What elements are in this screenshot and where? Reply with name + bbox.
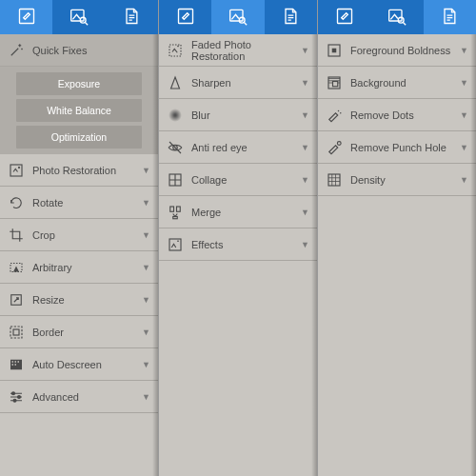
item-border[interactable]: Border ▼: [0, 316, 158, 348]
tab-document[interactable]: [265, 0, 317, 34]
svg-rect-12: [12, 364, 14, 366]
image-search-icon: [387, 7, 407, 28]
subitem-label: Exposure: [58, 78, 100, 89]
tab-document[interactable]: [106, 0, 158, 34]
item-label: Crop: [32, 229, 55, 241]
tab-edit[interactable]: [0, 0, 52, 34]
chevron-down-icon: ▼: [142, 295, 150, 305]
svg-rect-10: [15, 361, 17, 363]
item-background[interactable]: Background ▼: [318, 67, 476, 99]
svg-rect-6: [10, 327, 22, 338]
item-auto-descreen[interactable]: Auto Descreen ▼: [0, 348, 158, 381]
resize-icon: [8, 291, 25, 308]
panel-2: Faded Photo Restoration ▼ Sharpen ▼ Blur…: [158, 0, 317, 476]
tab-image-search[interactable]: [370, 0, 423, 34]
tab-image-search[interactable]: [52, 0, 105, 34]
svg-rect-27: [337, 10, 351, 24]
item-label: Collage: [191, 174, 227, 186]
chevron-down-icon: ▼: [301, 175, 309, 185]
tab-edit[interactable]: [159, 0, 211, 34]
section-quick-fixes: Quick Fixes Exposure White Balance Optim…: [0, 34, 158, 154]
tabbar: [0, 0, 158, 34]
item-label: Faded Photo Restoration: [191, 39, 293, 62]
svg-rect-23: [170, 207, 174, 211]
item-remove-dots[interactable]: Remove Dots ▼: [318, 99, 476, 131]
punch-icon: [326, 139, 343, 156]
item-collage[interactable]: Collage ▼: [159, 164, 317, 196]
section-header-quick-fixes[interactable]: Quick Fixes: [0, 34, 158, 67]
svg-point-2: [80, 17, 86, 23]
item-label: Remove Punch Hole: [350, 142, 446, 153]
item-faded-restoration[interactable]: Faded Photo Restoration ▼: [159, 34, 317, 67]
wand-icon: [8, 42, 25, 59]
svg-rect-26: [169, 239, 181, 250]
subitem-white-balance[interactable]: White Balance: [16, 99, 143, 122]
chevron-down-icon: ▼: [301, 46, 309, 55]
panel-3: Foreground Boldness ▼ Background ▼ Remov…: [317, 0, 476, 476]
advanced-icon: [8, 388, 25, 406]
tab-image-search[interactable]: [211, 0, 264, 34]
item-foreground-boldness[interactable]: Foreground Boldness ▼: [318, 34, 476, 67]
svg-point-15: [18, 395, 21, 398]
chevron-down-icon: ▼: [142, 166, 150, 175]
item-label: Advanced: [32, 391, 79, 403]
item-label: Blur: [191, 109, 210, 121]
subitem-optimization[interactable]: Optimization: [16, 126, 143, 149]
tab-edit[interactable]: [318, 0, 370, 34]
edit-icon: [17, 7, 36, 28]
restore-icon: [8, 162, 25, 179]
item-label: Resize: [32, 294, 65, 306]
svg-point-29: [398, 17, 404, 23]
border-icon: [8, 324, 25, 341]
chevron-down-icon: ▼: [142, 327, 150, 337]
background-icon: [326, 74, 343, 91]
item-rotate[interactable]: Rotate ▼: [0, 187, 158, 219]
tab-document[interactable]: [424, 0, 476, 34]
svg-rect-33: [333, 81, 338, 86]
item-label: Remove Dots: [350, 109, 414, 121]
collage-icon: [167, 171, 184, 188]
section-label: Quick Fixes: [32, 45, 87, 56]
item-label: Photo Restoration: [32, 165, 116, 176]
item-crop[interactable]: Crop ▼: [0, 219, 158, 251]
item-resize[interactable]: Resize ▼: [0, 284, 158, 316]
chevron-down-icon: ▼: [142, 230, 150, 240]
item-effects[interactable]: Effects ▼: [159, 228, 317, 261]
image-search-icon: [228, 7, 248, 28]
item-label: Background: [350, 77, 407, 89]
item-label: Merge: [191, 207, 221, 218]
chevron-down-icon: ▼: [301, 78, 309, 88]
item-label: Foreground Boldness: [350, 45, 450, 56]
panel-body: Quick Fixes Exposure White Balance Optim…: [0, 34, 158, 476]
subitem-label: Optimization: [51, 131, 107, 143]
chevron-down-icon: ▼: [301, 143, 309, 152]
document-icon: [440, 7, 459, 28]
chevron-down-icon: ▼: [460, 46, 468, 55]
item-sharpen[interactable]: Sharpen ▼: [159, 67, 317, 99]
svg-rect-25: [173, 216, 178, 218]
chevron-down-icon: ▼: [460, 175, 468, 185]
item-label: Auto Descreen: [32, 359, 102, 370]
faded-icon: [167, 42, 184, 59]
dots-icon: [326, 107, 343, 124]
svg-rect-24: [177, 207, 181, 211]
item-arbitrary[interactable]: Arbitrary ▼: [0, 251, 158, 284]
blur-icon: [167, 107, 184, 124]
item-anti-red-eye[interactable]: Anti red eye ▼: [159, 131, 317, 164]
merge-icon: [167, 204, 184, 221]
item-density[interactable]: Density ▼: [318, 164, 476, 196]
chevron-down-icon: ▼: [142, 198, 150, 208]
svg-rect-0: [19, 10, 33, 24]
subitem-exposure[interactable]: Exposure: [16, 72, 143, 95]
item-remove-punch-hole[interactable]: Remove Punch Hole ▼: [318, 131, 476, 164]
sharpen-icon: [167, 74, 184, 91]
redeye-icon: [167, 139, 184, 156]
svg-point-14: [12, 391, 15, 394]
item-blur[interactable]: Blur ▼: [159, 99, 317, 131]
item-merge[interactable]: Merge ▼: [159, 196, 317, 228]
item-photo-restoration[interactable]: Photo Restoration ▼: [0, 154, 158, 187]
svg-rect-31: [332, 48, 337, 52]
item-advanced[interactable]: Advanced ▼: [0, 381, 158, 413]
chevron-down-icon: ▼: [301, 110, 309, 120]
subitem-label: White Balance: [47, 105, 111, 116]
